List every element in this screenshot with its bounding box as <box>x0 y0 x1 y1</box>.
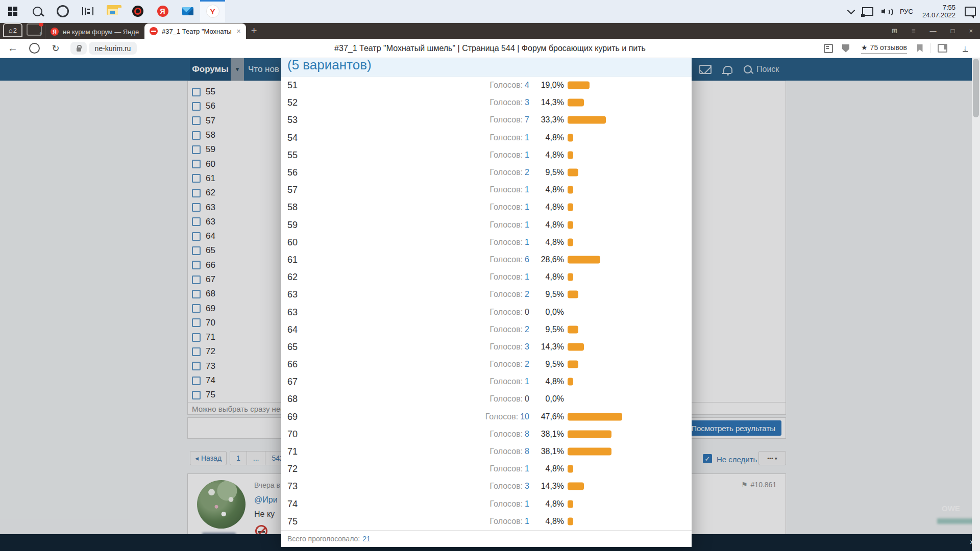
cortana-button[interactable] <box>50 0 75 22</box>
chevron-icon <box>847 6 855 14</box>
percent-value: 4,8% <box>523 133 564 142</box>
poll-option-number: 51 <box>287 80 298 91</box>
reader-icon <box>824 44 833 53</box>
address-bar[interactable]: ne-kurim.ru <box>89 42 137 55</box>
votes-label: Голосов: <box>490 151 523 159</box>
reviews-button[interactable]: ★75 отзывов <box>859 39 910 58</box>
yandex-browser-icon: Y <box>206 5 219 18</box>
poll-option-number: 59 <box>287 219 298 230</box>
speaker-icon <box>881 7 892 15</box>
percent-value: 4,8% <box>523 377 564 386</box>
reader-mode-button[interactable] <box>821 39 836 58</box>
poll-result-row: 53Голосов:733,3% <box>281 111 692 129</box>
percent-value: 9,5% <box>523 290 564 299</box>
close-tab-icon[interactable]: × <box>237 27 241 35</box>
start-button[interactable] <box>0 0 25 22</box>
poll-option-number: 61 <box>287 254 298 265</box>
votes-label: Голосов: <box>490 325 523 334</box>
tab-current-thread[interactable]: #37_1 Театр "Мохнаты × <box>144 23 246 39</box>
antivirus-icon <box>132 6 143 17</box>
result-bar <box>568 343 584 350</box>
poll-result-row: 68Голосов:00,0% <box>281 390 692 408</box>
result-bar <box>568 82 590 89</box>
browser-menu-icon[interactable]: ≡ <box>904 27 923 35</box>
minimize-button[interactable]: — <box>923 27 944 35</box>
close-window-button[interactable]: × <box>962 27 980 35</box>
result-bar <box>568 134 573 141</box>
home-icon: ⌂ <box>9 27 13 34</box>
result-bar <box>568 204 573 211</box>
task-view-button[interactable] <box>75 0 100 22</box>
tab-groups-button[interactable]: ⌂2 <box>3 23 22 37</box>
protect-badge[interactable] <box>70 42 87 55</box>
votes-label: Голосов: <box>490 499 523 508</box>
votes-label: Голосов: <box>490 220 523 229</box>
folder-icon <box>107 7 119 16</box>
yandex-app-button[interactable]: Я <box>150 0 175 22</box>
tab-forum-home[interactable]: Я не курим форум — Яндекс <box>45 24 144 39</box>
percent-value: 14,3% <box>523 482 564 491</box>
file-explorer-button[interactable] <box>100 0 125 22</box>
percent-value: 0,0% <box>523 394 564 404</box>
downloads-button[interactable]: ↓ <box>958 39 973 58</box>
poll-result-row: 54Голосов:14,8% <box>281 129 692 146</box>
poll-option-number: 71 <box>287 446 298 457</box>
language-indicator[interactable]: РУС <box>896 0 917 22</box>
back-button[interactable]: ← <box>4 39 21 58</box>
refresh-button[interactable]: ↻ <box>47 39 64 58</box>
mail-app-button[interactable] <box>175 0 200 22</box>
poll-result-row: 75Голосов:14,8% <box>281 513 692 530</box>
windows-taskbar: Я Y РУС 7:55 24.07.2022 <box>0 0 980 23</box>
votes-label: Голосов: <box>490 430 523 438</box>
page-scrollbar[interactable] <box>972 58 980 551</box>
votes-label: Голосов: <box>490 98 523 107</box>
percent-value: 28,6% <box>523 255 564 264</box>
maximize-button[interactable]: □ <box>944 27 962 35</box>
votes-label: Голосов: <box>490 464 523 473</box>
notification-center-button[interactable] <box>961 0 980 22</box>
votes-label: Голосов: <box>485 412 519 421</box>
new-tab-button[interactable]: + <box>251 25 257 37</box>
percent-value: 4,8% <box>523 517 564 526</box>
percent-value: 4,8% <box>523 464 564 473</box>
result-bar <box>568 378 573 386</box>
volume-tray-button[interactable] <box>877 0 896 22</box>
tray-expand-button[interactable] <box>844 0 858 22</box>
result-bar <box>568 325 578 333</box>
yandex-favicon: Я <box>51 28 59 36</box>
votes-label: Голосов: <box>490 394 523 403</box>
poll-option-number: 70 <box>287 429 298 439</box>
antivirus-button[interactable] <box>125 0 150 22</box>
votes-label: Голосов: <box>490 290 523 298</box>
result-bar <box>568 413 622 420</box>
collections-button[interactable] <box>935 39 949 58</box>
yandex-browser-button[interactable]: Y <box>200 0 225 22</box>
poll-option-number: 54 <box>287 132 298 143</box>
poll-result-row: 57Голосов:14,8% <box>281 181 692 198</box>
profile-button[interactable] <box>26 39 43 58</box>
clock-time: 7:55 <box>943 4 955 11</box>
turbo-icon[interactable]: ⊞ <box>885 27 904 35</box>
poll-option-number: 58 <box>287 202 298 213</box>
poll-option-number: 63 <box>287 289 298 300</box>
poll-result-row: 52Голосов:314,3% <box>281 94 692 111</box>
scrollbar-thumb[interactable] <box>973 59 979 117</box>
poll-result-row: 71Голосов:838,1% <box>281 443 692 460</box>
network-tray-button[interactable] <box>858 0 877 22</box>
side-panel-button[interactable] <box>27 23 42 36</box>
poll-option-number: 60 <box>287 237 298 247</box>
taskbar-clock[interactable]: 7:55 24.07.2022 <box>917 4 961 19</box>
votes-label: Голосов: <box>490 81 523 89</box>
total-votes-value[interactable]: 21 <box>362 535 371 543</box>
percent-value: 4,8% <box>523 203 564 212</box>
percent-value: 19,0% <box>523 81 564 90</box>
bookmark-button[interactable] <box>913 39 927 58</box>
url-text: ne-kurim.ru <box>95 44 131 53</box>
download-icon: ↓ <box>963 44 968 52</box>
poll-result-row: 73Голосов:314,3% <box>281 478 692 495</box>
protect-shield-button[interactable] <box>838 39 853 58</box>
result-bar <box>568 483 584 490</box>
poll-option-number: 56 <box>287 167 298 178</box>
poll-result-row: 62Голосов:14,8% <box>281 268 692 286</box>
taskbar-search-button[interactable] <box>25 0 50 22</box>
